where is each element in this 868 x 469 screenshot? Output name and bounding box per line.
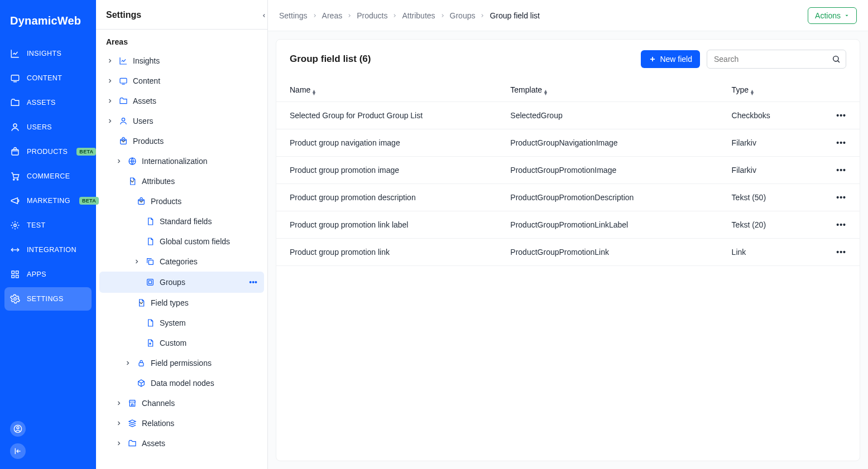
products-icon [10, 147, 20, 157]
tree-item-relations[interactable]: Relations [96, 413, 267, 433]
tree-item-categories[interactable]: Categories [96, 252, 267, 272]
tree-item-assets[interactable]: Assets [96, 91, 267, 111]
cell-name: Selected Group for Product Group List [276, 102, 497, 129]
logo: DynamicWeb [0, 11, 96, 42]
beta-badge: BETA [76, 148, 96, 156]
table-row[interactable]: Product group promotion description Prod… [276, 184, 860, 211]
tree-item-system[interactable]: System [96, 313, 267, 333]
row-actions-button[interactable]: ••• [823, 129, 860, 157]
cell-template: ProductGroupPromotionLink [497, 239, 718, 266]
tree-item-channels[interactable]: Channels [96, 393, 267, 413]
actions-dropdown[interactable]: Actions [808, 7, 857, 24]
plus-icon [649, 55, 656, 63]
caret-down-icon [844, 13, 850, 18]
tree-item-internationalization[interactable]: Internationalization [96, 151, 267, 171]
nav-item-content[interactable]: CONTENT [0, 66, 96, 90]
caret-none-icon [133, 217, 141, 225]
tree-item-insights[interactable]: Insights [96, 51, 267, 71]
row-actions-button[interactable]: ••• [823, 239, 860, 266]
nav-item-integration[interactable]: INTEGRATION [0, 238, 96, 262]
caret-down-icon [115, 177, 123, 185]
cell-template: ProductGroupPromotionImage [497, 157, 718, 184]
group-field-list-card: Group field list (6) New field [276, 39, 860, 461]
nav-item-apps[interactable]: APPS [0, 263, 96, 286]
column-header-name[interactable]: Name▴▾ [276, 79, 497, 102]
nav-item-label: ASSETS [27, 99, 56, 107]
search-icon [832, 55, 841, 64]
row-actions-button[interactable]: ••• [823, 211, 860, 239]
nav-item-commerce[interactable]: COMMERCE [0, 165, 96, 188]
collapse-nav-button[interactable] [10, 443, 26, 459]
svg-point-12 [17, 427, 19, 429]
new-field-button[interactable]: New field [641, 50, 700, 68]
cell-type: Checkboks [718, 102, 823, 129]
nav-item-assets[interactable]: ASSETS [0, 91, 96, 114]
nav-item-label: TEST [27, 221, 46, 229]
tree-item-label: Assets [142, 439, 261, 448]
nav-item-test[interactable]: TEST [0, 214, 96, 237]
file-icon [145, 236, 155, 246]
nav-item-label: USERS [27, 123, 52, 131]
user-account-button[interactable] [10, 421, 26, 437]
tree-item-content[interactable]: Content [96, 71, 267, 91]
tree-item-standard-fields[interactable]: Standard fields [96, 211, 267, 231]
nav-item-settings[interactable]: SETTINGS [4, 287, 92, 311]
nav-item-users[interactable]: USERS [0, 115, 96, 139]
tree-item-label: Insights [133, 56, 261, 65]
tree-item-users[interactable]: Users [96, 111, 267, 131]
tree-item-label: Field types [151, 298, 261, 307]
search-input[interactable] [707, 50, 846, 69]
file-icon [145, 318, 155, 328]
row-actions-button[interactable]: ••• [823, 102, 860, 129]
lock-icon [136, 358, 146, 368]
table-row[interactable]: Product group promotion link ProductGrou… [276, 239, 860, 266]
table-row[interactable]: Product group navigation image ProductGr… [276, 129, 860, 157]
globe-icon [127, 156, 137, 166]
secondary-collapse-handle[interactable] [260, 0, 268, 31]
tree-item-assets[interactable]: Assets [96, 433, 267, 453]
tree-item-label: Standard fields [160, 217, 261, 226]
file-plus-icon [145, 338, 155, 348]
svg-rect-0 [11, 75, 19, 81]
tree-item-products[interactable]: Products [96, 191, 267, 211]
column-header-type[interactable]: Type▴▾ [718, 79, 823, 102]
breadcrumb-groups[interactable]: Groups [450, 11, 476, 20]
breadcrumb-group-field-list: Group field list [490, 11, 539, 20]
svg-rect-9 [16, 275, 19, 278]
row-actions-button[interactable]: ••• [823, 157, 860, 184]
tree-item-label: Relations [142, 419, 261, 428]
breadcrumb-areas[interactable]: Areas [322, 11, 343, 20]
tree-item-custom[interactable]: Custom [96, 333, 267, 353]
tree-item-groups[interactable]: Groups ••• [99, 272, 264, 293]
nav-item-insights[interactable]: INSIGHTS [0, 42, 96, 65]
tree-item-attributes[interactable]: Attributes [96, 171, 267, 191]
caret-right-icon [106, 97, 114, 105]
breadcrumb-products[interactable]: Products [357, 11, 387, 20]
svg-rect-13 [120, 78, 127, 83]
tree-item-field-permissions[interactable]: Field permissions [96, 353, 267, 373]
tree-item-data-model-nodes[interactable]: Data model nodes [96, 373, 267, 393]
tree-item-label: Internationalization [142, 157, 261, 166]
tree-item-field-types[interactable]: Field types [96, 293, 267, 313]
breadcrumb-settings[interactable]: Settings [279, 11, 308, 20]
tree-item-products[interactable]: Products [96, 131, 267, 151]
nav-item-products[interactable]: PRODUCTSBETA [0, 140, 96, 163]
tree-item-label: Content [133, 76, 261, 85]
column-header-template[interactable]: Template▴▾ [497, 79, 718, 102]
store-icon [127, 398, 137, 408]
breadcrumb-attributes[interactable]: Attributes [402, 11, 435, 20]
tree-item-global-custom-fields[interactable]: Global custom fields [96, 231, 267, 252]
row-actions-button[interactable]: ••• [823, 184, 860, 211]
table-row[interactable]: Product group promotion image ProductGro… [276, 157, 860, 184]
sort-icon: ▴▾ [751, 89, 754, 95]
breadcrumb: SettingsAreasProductsAttributesGroupsGro… [279, 11, 801, 20]
table-row[interactable]: Product group promotion link label Produ… [276, 211, 860, 239]
cell-template: ProductGroupPromotionLinkLabel [497, 211, 718, 239]
secondary-nav: Settings Areas Insights Content Assets U… [96, 0, 268, 469]
table-row[interactable]: Selected Group for Product Group List Se… [276, 102, 860, 129]
settings-icon [10, 294, 20, 304]
nav-item-marketing[interactable]: MARKETINGBETA [0, 189, 96, 212]
caret-right-icon [115, 157, 123, 165]
group-icon [145, 277, 155, 287]
tree-item-more-button[interactable]: ••• [246, 277, 261, 288]
